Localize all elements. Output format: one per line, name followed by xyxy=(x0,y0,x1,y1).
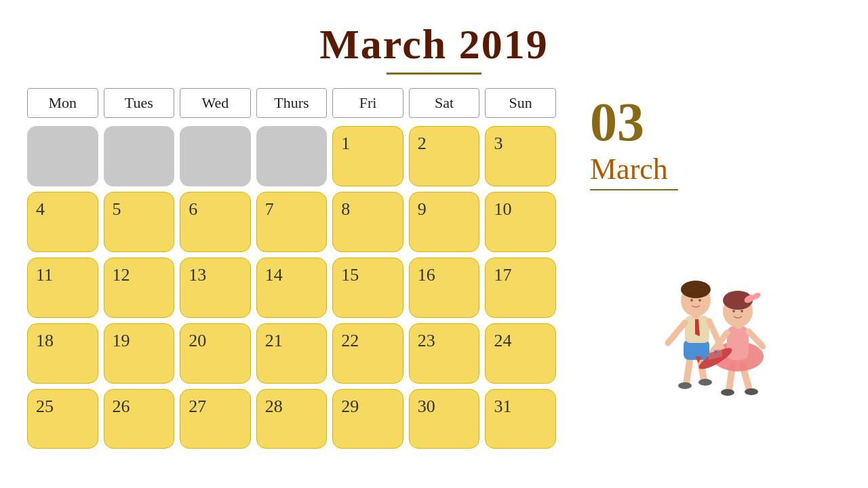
calendar-cell-5[interactable]: 5 xyxy=(104,192,175,252)
svg-point-17 xyxy=(678,382,692,389)
calendar-grid: 1 2 3 4 5 6 7 8 9 10 11 12 13 14 15 16 1… xyxy=(27,126,556,449)
day-header-fri: Fri xyxy=(332,88,403,118)
featured-day-number: 03 xyxy=(590,95,644,149)
calendar-cell-7[interactable]: 7 xyxy=(256,192,328,252)
calendar-cell-empty xyxy=(256,126,328,186)
day-header-sun: Sun xyxy=(485,88,556,118)
right-panel: 03 March xyxy=(576,88,841,449)
calendar-cell-26[interactable]: 26 xyxy=(104,389,175,449)
calendar-cell-19[interactable]: 19 xyxy=(104,323,175,384)
day-header-tues: Tues xyxy=(104,88,175,118)
day-header-thurs: Thurs xyxy=(256,88,328,118)
calendar-cell-1[interactable]: 1 xyxy=(332,126,403,186)
calendar-cell-16[interactable]: 16 xyxy=(409,258,480,318)
calendar-cell-empty xyxy=(27,126,98,186)
calendar-cell-8[interactable]: 8 xyxy=(332,192,403,252)
calendar-cell-17[interactable]: 17 xyxy=(485,258,556,318)
calendar-cell-12[interactable]: 12 xyxy=(104,258,175,318)
featured-underline xyxy=(590,189,678,190)
calendar-cell-11[interactable]: 11 xyxy=(27,258,98,318)
calendar-cell-28[interactable]: 28 xyxy=(256,389,328,449)
calendar-cell-22[interactable]: 22 xyxy=(332,323,403,384)
svg-point-14 xyxy=(741,310,743,312)
calendar-cell-31[interactable]: 31 xyxy=(485,389,556,449)
svg-line-15 xyxy=(686,357,690,384)
calendar-cell-empty xyxy=(104,126,175,186)
calendar-cell-18[interactable]: 18 xyxy=(27,323,98,384)
calendar-cell-23[interactable]: 23 xyxy=(409,323,480,384)
svg-rect-5 xyxy=(727,326,749,360)
calendar-cell-29[interactable]: 29 xyxy=(332,389,403,449)
page-title: March 2019 xyxy=(0,0,868,68)
calendar-cell-6[interactable]: 6 xyxy=(180,192,251,252)
calendar-cell-10[interactable]: 10 xyxy=(485,192,556,252)
svg-point-27 xyxy=(690,299,693,302)
calendar-cell-empty xyxy=(180,126,251,186)
calendar-cell-9[interactable]: 9 xyxy=(409,192,480,252)
calendar-cell-4[interactable]: 4 xyxy=(27,192,98,252)
calendar-cell-30[interactable]: 30 xyxy=(409,389,480,449)
featured-month-label: March xyxy=(590,152,668,186)
calendar-cell-20[interactable]: 20 xyxy=(180,323,251,384)
calendar-cell-24[interactable]: 24 xyxy=(485,323,556,384)
svg-point-18 xyxy=(698,379,712,386)
svg-point-28 xyxy=(698,299,701,302)
calendar-cell-25[interactable]: 25 xyxy=(27,389,98,449)
calendar-cell-14[interactable]: 14 xyxy=(256,258,328,318)
calendar-cell-15[interactable]: 15 xyxy=(332,258,403,318)
svg-point-2 xyxy=(721,389,734,396)
svg-point-3 xyxy=(745,388,758,395)
illustration: ★ xyxy=(590,211,821,401)
day-header-wed: Wed xyxy=(180,88,251,118)
svg-point-13 xyxy=(732,310,735,312)
calendar-cell-3[interactable]: 3 xyxy=(485,126,556,186)
calendar-cell-13[interactable]: 13 xyxy=(180,258,251,318)
day-header-sat: Sat xyxy=(409,88,480,118)
calendar-cell-2[interactable]: 2 xyxy=(409,126,480,186)
svg-point-26 xyxy=(681,281,711,298)
day-header-mon: Mon xyxy=(27,88,98,118)
calendar-cell-21[interactable]: 21 xyxy=(256,323,328,384)
calendar-cell-27[interactable]: 27 xyxy=(180,389,251,449)
svg-line-22 xyxy=(668,323,685,343)
day-headers: Mon Tues Wed Thurs Fri Sat Sun xyxy=(27,88,556,118)
calendar-section: Mon Tues Wed Thurs Fri Sat Sun 1 2 3 4 5… xyxy=(27,88,556,449)
